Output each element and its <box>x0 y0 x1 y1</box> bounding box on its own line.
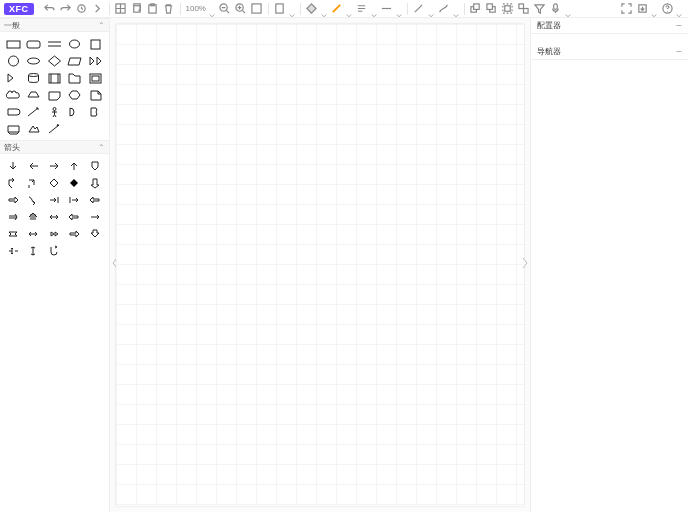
export-button[interactable] <box>634 1 650 17</box>
shape-general-7[interactable] <box>45 53 63 68</box>
shape-arrow-24[interactable] <box>86 226 104 241</box>
shape-arrow-7[interactable] <box>45 175 63 190</box>
shape-arrow-6[interactable] <box>25 175 43 190</box>
edge-dropdown-icon[interactable] <box>428 5 436 13</box>
fit-button[interactable] <box>249 1 265 17</box>
shape-general-4[interactable] <box>86 36 104 51</box>
tofront-button[interactable] <box>468 1 484 17</box>
export-dropdown-icon[interactable] <box>651 5 659 13</box>
connector-button[interactable] <box>436 1 452 17</box>
group-button[interactable] <box>500 1 516 17</box>
shape-arrow-8[interactable] <box>66 175 84 190</box>
panel-header-navigator[interactable]: 导航器 − <box>531 44 688 60</box>
ungroup-button[interactable] <box>516 1 532 17</box>
help-button[interactable] <box>659 1 675 17</box>
shape-arrow-14[interactable] <box>86 192 104 207</box>
shape-arrow-12[interactable] <box>45 192 63 207</box>
forward-button[interactable] <box>90 1 106 17</box>
shape-general-22[interactable] <box>45 104 63 119</box>
shape-arrow-16[interactable] <box>25 209 43 224</box>
zoom-out-button[interactable] <box>217 1 233 17</box>
zoom-in-button[interactable] <box>233 1 249 17</box>
shape-arrow-13[interactable] <box>66 192 84 207</box>
shape-general-2[interactable] <box>45 36 63 51</box>
shape-arrow-3[interactable] <box>66 158 84 173</box>
shape-general-12[interactable] <box>45 70 63 85</box>
shape-general-20[interactable] <box>4 104 22 119</box>
shape-arrow-23[interactable] <box>66 226 84 241</box>
shape-arrow-9[interactable] <box>86 175 104 190</box>
shape-arrow-19[interactable] <box>86 209 104 224</box>
shape-arrow-5[interactable] <box>4 175 22 190</box>
shape-general-11[interactable] <box>25 70 43 85</box>
align-button[interactable] <box>354 1 370 17</box>
shape-general-14[interactable] <box>86 70 104 85</box>
stroke-button[interactable] <box>329 1 345 17</box>
shape-general-0[interactable] <box>4 36 22 51</box>
help-dropdown-icon[interactable] <box>676 5 684 13</box>
edge-button[interactable] <box>411 1 427 17</box>
shape-arrow-2[interactable] <box>45 158 63 173</box>
collapse-icon[interactable]: − <box>676 20 682 31</box>
shape-arrow-22[interactable] <box>45 226 63 241</box>
drawing-canvas[interactable] <box>116 24 524 506</box>
shape-general-10[interactable] <box>4 70 22 85</box>
shape-general-25[interactable] <box>4 121 22 136</box>
shape-general-9[interactable] <box>86 53 104 68</box>
copy-button[interactable] <box>129 1 145 17</box>
shape-general-6[interactable] <box>25 53 43 68</box>
shape-general-18[interactable] <box>66 87 84 102</box>
shape-arrow-27[interactable] <box>45 243 63 258</box>
shape-general-5[interactable] <box>4 53 22 68</box>
history-button[interactable] <box>74 1 90 17</box>
shape-arrow-4[interactable] <box>86 158 104 173</box>
shape-general-23[interactable] <box>66 104 84 119</box>
section-header-general[interactable]: 一般 ⌃ <box>0 18 109 32</box>
shape-general-3[interactable] <box>66 36 84 51</box>
undo-button[interactable] <box>42 1 58 17</box>
shape-arrow-11[interactable] <box>25 192 43 207</box>
zoom-dropdown-icon[interactable] <box>209 5 217 13</box>
shape-general-26[interactable] <box>25 121 43 136</box>
shape-general-17[interactable] <box>45 87 63 102</box>
fullscreen-button[interactable] <box>618 1 634 17</box>
shape-general-1[interactable] <box>25 36 43 51</box>
panel-header-config[interactable]: 配置器 − <box>531 18 688 34</box>
shape-arrow-17[interactable] <box>45 209 63 224</box>
shape-arrow-25[interactable] <box>4 243 22 258</box>
shape-arrow-10[interactable] <box>4 192 22 207</box>
align-dropdown-icon[interactable] <box>371 5 379 13</box>
collapse-icon[interactable]: − <box>676 46 682 57</box>
redo-button[interactable] <box>58 1 74 17</box>
section-header-arrows[interactable]: 箭头 ⌃ <box>0 140 109 154</box>
grid-button[interactable] <box>113 1 129 17</box>
page-button[interactable] <box>272 1 288 17</box>
line-button[interactable] <box>379 1 395 17</box>
shape-arrow-21[interactable] <box>25 226 43 241</box>
zoom-level[interactable]: 100% <box>184 4 208 13</box>
filter-button[interactable] <box>532 1 548 17</box>
page-dropdown-icon[interactable] <box>289 5 297 13</box>
shape-general-21[interactable] <box>25 104 43 119</box>
fill-dropdown-icon[interactable] <box>321 5 329 13</box>
shape-arrow-26[interactable] <box>25 243 43 258</box>
trash-button[interactable] <box>161 1 177 17</box>
collapse-right-handle[interactable] <box>520 248 530 278</box>
shape-general-24[interactable] <box>86 104 104 119</box>
paste-button[interactable] <box>145 1 161 17</box>
toback-button[interactable] <box>484 1 500 17</box>
mic-button[interactable] <box>548 1 564 17</box>
shape-general-8[interactable] <box>66 53 84 68</box>
shape-general-13[interactable] <box>66 70 84 85</box>
fill-button[interactable] <box>304 1 320 17</box>
shape-arrow-18[interactable] <box>66 209 84 224</box>
shape-general-16[interactable] <box>25 87 43 102</box>
shape-arrow-0[interactable] <box>4 158 22 173</box>
mic-dropdown-icon[interactable] <box>565 5 573 13</box>
shape-arrow-15[interactable] <box>4 209 22 224</box>
line-dropdown-icon[interactable] <box>396 5 404 13</box>
shape-general-19[interactable] <box>86 87 104 102</box>
shape-general-15[interactable] <box>4 87 22 102</box>
stroke-dropdown-icon[interactable] <box>346 5 354 13</box>
shape-general-27[interactable] <box>45 121 63 136</box>
